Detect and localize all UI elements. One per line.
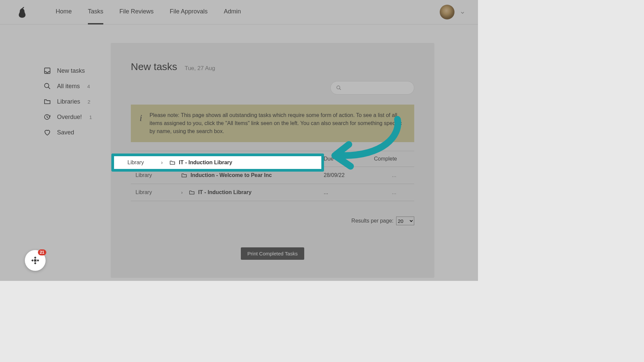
pager: Results per page: 20 bbox=[131, 217, 414, 225]
cell-category: Library bbox=[131, 189, 181, 195]
search-icon bbox=[44, 82, 51, 90]
info-icon: i bbox=[140, 113, 142, 123]
svg-point-1 bbox=[45, 83, 49, 88]
top-nav: Home Tasks File Reviews File Approvals A… bbox=[0, 0, 478, 24]
sidebar-item-new-tasks[interactable]: New tasks bbox=[44, 63, 111, 78]
nav-home[interactable]: Home bbox=[56, 8, 72, 24]
nav-file-reviews[interactable]: File Reviews bbox=[119, 8, 154, 24]
annotation-highlight: Library › IT - Induction Library bbox=[111, 154, 324, 172]
print-completed-button[interactable]: Print Completed Tasks bbox=[241, 247, 305, 260]
search-icon bbox=[336, 85, 341, 90]
cell-name: Induction - Welcome to Pear Inc bbox=[181, 172, 324, 178]
folder-icon bbox=[44, 98, 51, 105]
cell-complete: ... bbox=[374, 172, 414, 178]
heart-icon bbox=[44, 129, 51, 136]
sidebar-item-label: Overdue! bbox=[57, 114, 82, 121]
sidebar: New tasks All items 4 Libraries 2 Overdu… bbox=[0, 43, 111, 278]
cell-category: Library bbox=[131, 172, 181, 178]
page-date: Tue, 27 Aug bbox=[184, 65, 215, 72]
sidebar-item-label: New tasks bbox=[57, 67, 85, 74]
help-widget-button[interactable]: 21 bbox=[25, 250, 46, 271]
table-row[interactable]: Library › IT - Induction Library ... ... bbox=[131, 184, 414, 201]
widget-badge-count: 21 bbox=[38, 249, 46, 255]
clock-alert-icon bbox=[44, 113, 51, 121]
search-input[interactable] bbox=[330, 81, 414, 95]
cell-complete: ... bbox=[374, 189, 414, 195]
sidebar-item-count: 2 bbox=[88, 99, 90, 105]
pear-logo-icon bbox=[18, 6, 26, 18]
nav-admin[interactable]: Admin bbox=[224, 8, 241, 24]
nav-file-approvals[interactable]: File Approvals bbox=[170, 8, 208, 24]
sidebar-item-libraries[interactable]: Libraries 2 bbox=[44, 94, 111, 109]
inbox-icon bbox=[44, 67, 51, 74]
sidebar-item-count: 4 bbox=[87, 83, 90, 89]
cell-due: 28/09/22 bbox=[324, 172, 374, 178]
widget-icon bbox=[31, 256, 40, 265]
sidebar-item-saved[interactable]: Saved bbox=[44, 125, 111, 140]
cell-name: › IT - Induction Library bbox=[181, 189, 324, 195]
chevron-right-icon: › bbox=[181, 190, 183, 195]
annotation-arrow-icon bbox=[325, 116, 406, 173]
sidebar-item-label: Saved bbox=[57, 129, 74, 136]
sidebar-item-count: 1 bbox=[89, 114, 92, 120]
nav-tasks[interactable]: Tasks bbox=[88, 8, 103, 24]
sidebar-item-all-items[interactable]: All items 4 bbox=[44, 78, 111, 94]
page-title: New tasks bbox=[131, 61, 177, 72]
chevron-down-icon[interactable] bbox=[461, 10, 465, 14]
sidebar-item-label: Libraries bbox=[57, 98, 80, 105]
avatar[interactable] bbox=[440, 5, 454, 19]
pager-label: Results per page: bbox=[352, 218, 393, 224]
folder-icon bbox=[181, 172, 187, 178]
folder-icon bbox=[189, 189, 195, 195]
svg-point-3 bbox=[337, 86, 340, 89]
cell-due: ... bbox=[324, 189, 374, 195]
pager-select[interactable]: 20 bbox=[396, 217, 414, 225]
sidebar-item-label: All items bbox=[57, 83, 80, 90]
folder-icon bbox=[169, 160, 175, 166]
sidebar-item-overdue[interactable]: Overdue! 1 bbox=[44, 109, 111, 125]
